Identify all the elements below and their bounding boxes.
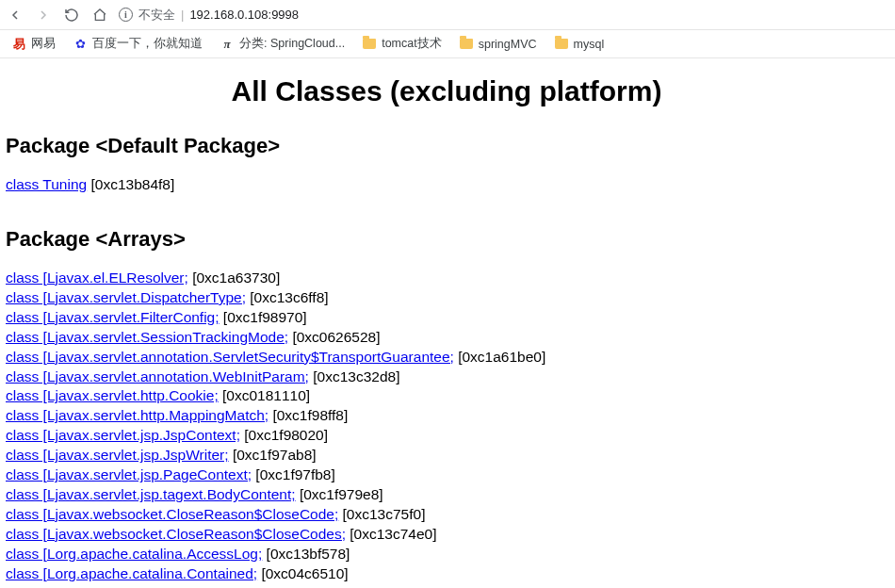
class-entry: class [Ljavax.servlet.jsp.JspContext; [0… [6,426,887,446]
class-link[interactable]: class [Ljavax.servlet.jsp.PageContext; [6,466,252,482]
class-entry: class [Ljavax.servlet.jsp.JspWriter; [0x… [6,446,887,466]
class-address: [0xc1f979e8] [296,486,383,502]
folder-icon [554,37,569,52]
class-link[interactable]: class [Lorg.apache.catalina.AccessLog; [6,546,262,562]
class-address: [0xc04c6510] [257,565,349,581]
bookmark-label: 百度一下，你就知道 [92,36,203,52]
baidu-icon: ✿ [73,37,88,52]
class-address: [0xc0181110] [219,387,310,403]
bookmark-label: 网易 [31,36,56,52]
class-entry: class [Lorg.apache.catalina.AccessLog; [… [6,545,887,564]
bookmark-label: tomcat技术 [382,36,442,52]
bookmark-item[interactable]: ✿百度一下，你就知道 [73,36,203,52]
bookmark-item[interactable]: springMVC [459,37,537,52]
bookmark-item[interactable]: π分类: SpringCloud... [220,36,345,52]
bookmark-label: mysql [574,38,605,51]
class-address: [0xc13c75f0] [338,506,425,522]
page-title: All Classes (excluding platform) [6,75,887,107]
class-entry: class [Ljavax.websocket.CloseReason$Clos… [6,505,887,525]
class-address: [0xc1a61be0] [454,349,545,365]
folder-icon [459,37,474,52]
class-address: [0xc13bf578] [262,546,350,562]
class-entry: class [Ljavax.websocket.CloseReason$Clos… [6,525,887,545]
class-entry: class [Ljavax.servlet.FilterConfig; [0xc… [6,308,887,328]
class-link[interactable]: class [Ljavax.servlet.annotation.Servlet… [6,349,454,365]
class-link[interactable]: class [Ljavax.servlet.http.Cookie; [6,387,219,403]
class-entry: class [Ljavax.servlet.jsp.tagext.BodyCon… [6,485,887,505]
class-address: [0xc1a63730] [188,270,280,286]
class-link[interactable]: class [Ljavax.el.ELResolver; [6,270,188,286]
class-link[interactable]: class [Ljavax.servlet.SessionTrackingMod… [6,329,288,345]
class-entry: class Tuning [0xc13b84f8] [6,175,887,195]
class-entry: class [Ljavax.servlet.annotation.WebInit… [6,368,887,387]
class-address: [0xc1f98970] [220,309,307,325]
class-address: [0xc1f98ff8] [268,407,348,423]
class-link[interactable]: class [Ljavax.servlet.jsp.tagext.BodyCon… [6,486,296,502]
addr-separator: | [181,8,184,22]
class-entry: class [Ljavax.servlet.DispatcherType; [0… [6,288,887,308]
class-link[interactable]: class [Ljavax.servlet.jsp.JspContext; [6,427,240,443]
class-entry: class [Ljavax.servlet.http.Cookie; [0xc0… [6,386,887,406]
package-heading: Package <Arrays> [6,227,887,252]
forward-button[interactable] [36,8,51,23]
nav-controls [8,8,107,23]
bookmarks-bar: 易网易✿百度一下，你就知道π分类: SpringCloud...tomcat技术… [0,30,895,58]
class-address: [0xc0626528] [288,329,380,345]
back-button[interactable] [8,8,23,23]
class-link[interactable]: class [Ljavax.servlet.FilterConfig; [6,309,220,325]
bookmark-item[interactable]: tomcat技术 [362,36,442,52]
class-entry: class [Ljavax.el.ELResolver; [0xc1a63730… [6,269,887,288]
class-link[interactable]: class [Ljavax.websocket.CloseReason$Clos… [6,506,338,522]
bookmark-label: 分类: SpringCloud... [239,36,345,52]
class-entry: class [Ljavax.servlet.http.MappingMatch;… [6,406,887,426]
insecure-label: 不安全 [138,7,175,24]
info-icon: i [119,8,133,22]
address-bar[interactable]: i 不安全 | 192.168.0.108:9998 [119,7,299,24]
browser-toolbar: i 不安全 | 192.168.0.108:9998 [0,0,895,30]
folder-icon [362,37,377,52]
class-address: [0xc1f97ab8] [229,447,317,463]
class-address: [0xc13c6ff8] [246,289,329,305]
class-address: [0xc13c32d8] [309,368,400,384]
bookmark-label: springMVC [479,38,537,51]
class-entry: class [Ljavax.servlet.jsp.PageContext; [… [6,466,887,485]
netease-icon: 易 [11,37,26,52]
class-entry: class [Ljavax.servlet.annotation.Servlet… [6,348,887,368]
bookmark-item[interactable]: mysql [554,37,605,52]
class-entry: class [Lorg.apache.catalina.Contained; [… [6,564,887,584]
package-heading: Package <Default Package> [6,134,887,158]
class-link[interactable]: class [Ljavax.websocket.CloseReason$Clos… [6,526,346,542]
class-address: [0xc13b84f8] [87,176,174,192]
home-button[interactable] [92,8,107,23]
reload-button[interactable] [64,8,79,23]
class-link[interactable]: class [Ljavax.servlet.http.MappingMatch; [6,407,268,423]
bookmark-item[interactable]: 易网易 [11,36,56,52]
class-link[interactable]: class [Ljavax.servlet.annotation.WebInit… [6,368,309,384]
class-link[interactable]: class Tuning [6,176,87,192]
class-link[interactable]: class [Ljavax.servlet.jsp.JspWriter; [6,447,229,463]
page-content: All Classes (excluding platform) Package… [0,58,895,588]
class-address: [0xc13c74e0] [346,526,437,542]
class-link[interactable]: class [Lorg.apache.catalina.Contained; [6,565,257,581]
class-address: [0xc1f98020] [240,427,328,443]
class-link[interactable]: class [Ljavax.servlet.DispatcherType; [6,289,246,305]
pi-icon: π [220,37,235,52]
class-address: [0xc1f97fb8] [252,466,335,482]
url-text: 192.168.0.108:9998 [189,8,299,22]
class-entry: class [Ljavax.servlet.SessionTrackingMod… [6,328,887,348]
